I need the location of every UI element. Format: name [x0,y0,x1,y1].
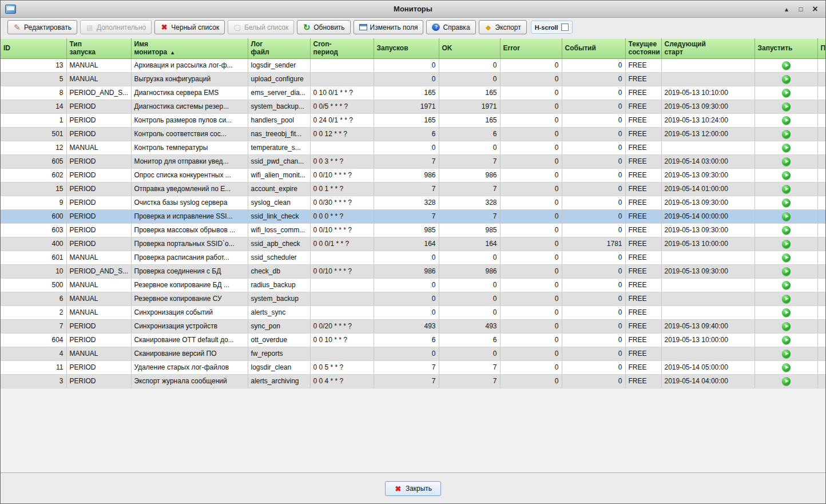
column-header-err[interactable]: Error [500,38,562,58]
cell-pause [817,374,825,388]
run-button[interactable] [782,116,791,125]
table-row[interactable]: 602PERIODОпрос списка конкурентных ...wi… [1,168,825,182]
maximize-icon[interactable] [796,4,806,14]
column-header-runs[interactable]: Запусков [374,38,439,58]
cell-type: MANUAL [66,292,131,305]
table-row[interactable]: 9PERIODОчистка базы syslog сервераsyslog… [1,196,825,209]
run-button[interactable] [782,308,791,317]
cell-ok: 328 [439,196,500,209]
column-header-name[interactable]: Имямонитора [131,38,248,58]
run-button[interactable] [782,130,791,138]
run-button[interactable] [782,89,791,97]
cell-run [754,264,817,278]
run-button[interactable] [782,102,791,111]
table-row[interactable]: 7PERIODСинхронизация устройствsync_pon0 … [1,319,825,333]
table-row[interactable]: 501PERIODКонтроль соответствия сос...nas… [1,127,825,141]
table-row[interactable]: 2MANUALСинхронизация событийalerts_sync0… [1,305,825,319]
table-row[interactable]: 500MANUALРезервное копирование БД ...rad… [1,278,825,292]
cell-next [661,278,754,292]
table-row[interactable]: 15PERIODОтправка уведомлений по E...acco… [1,182,825,196]
shade-icon[interactable] [781,4,792,14]
table-row[interactable]: 400PERIODПроверка портальных SSID`о...ss… [1,237,825,251]
table-row[interactable]: 8PERIOD_AND_S...Диагностика сервера EMSe… [1,86,825,100]
cell-name: Опрос списка конкурентных ... [131,168,248,182]
column-header-type[interactable]: Типзапуска [66,38,131,58]
cell-log: logsdir_sender [248,58,310,72]
cell-err: 0 [500,278,562,292]
cell-ok: 6 [439,333,500,347]
cell-events: 0 [562,278,625,292]
run-button[interactable] [782,336,791,344]
column-header-next[interactable]: Следующийстарт [661,38,754,58]
export-button[interactable]: Экспорт [479,20,527,34]
cell-pause [817,127,825,141]
close-icon[interactable] [810,4,820,14]
column-header-state[interactable]: Текущеесостояни [625,38,661,58]
run-button[interactable] [782,363,791,372]
table-row[interactable]: 6MANUALРезервное копирование СУsystem_ba… [1,292,825,305]
column-header-ok[interactable]: OK [439,38,500,58]
table-row[interactable]: 604PERIODСканирование ОТТ default до...o… [1,333,825,347]
run-button[interactable] [782,185,791,193]
run-button[interactable] [782,226,791,235]
table-row[interactable]: 5MANUALВыгрузка конфигурацийupload_confi… [1,72,825,86]
run-button[interactable] [782,75,791,84]
cell-pause [817,305,825,319]
cell-run [754,168,817,182]
column-header-run[interactable]: Запустить [754,38,817,58]
cell-log: handlers_pool [248,113,310,127]
cell-ok: 6 [439,127,500,141]
table-row[interactable]: 12MANUALКонтроль температурыtemperature_… [1,141,825,154]
table-row[interactable]: 14PERIODДиагностика системы резер...syst… [1,100,825,113]
run-button[interactable] [782,377,791,386]
column-header-id[interactable]: ID [1,38,66,58]
run-button[interactable] [782,157,791,166]
refresh-button[interactable]: Обновить [297,20,350,34]
cell-id: 5 [1,72,66,86]
hscroll-toggle[interactable]: H-scroll [531,21,573,34]
cell-type: PERIOD [66,182,131,196]
close-button[interactable]: Закрыть [385,481,441,496]
help-button[interactable]: Справка [426,20,475,34]
cell-log: temperature_s... [248,141,310,154]
table-row[interactable]: 603PERIODПроверка массовых обрывов ...wi… [1,223,825,237]
edit-fields-button[interactable]: Изменить поля [354,20,424,34]
run-button[interactable] [782,350,791,358]
table-row[interactable]: 13MANUALАрхивация и рассылка лог-ф...log… [1,58,825,72]
blacklist-button[interactable]: Черный список [154,20,225,34]
table-row[interactable]: 1PERIODКонтроль размеров пулов си...hand… [1,113,825,127]
run-button[interactable] [782,322,791,331]
run-button[interactable] [782,212,791,221]
run-button[interactable] [782,171,791,180]
cell-ok: 164 [439,237,500,251]
run-button[interactable] [782,144,791,152]
run-button[interactable] [782,240,791,248]
column-header-log[interactable]: Логфайл [248,38,310,58]
cell-events: 0 [562,100,625,113]
column-header-pause[interactable]: П [817,38,825,58]
close-button-label: Закрыть [406,485,432,493]
edit-button[interactable]: Редактировать [7,20,77,34]
cell-log: wifi_alien_monit... [248,168,310,182]
cell-cron [310,72,374,86]
run-button[interactable] [782,61,791,70]
column-header-cron[interactable]: Cron-период [310,38,374,58]
run-button[interactable] [782,199,791,207]
table-row[interactable]: 3PERIODЭкспорт журнала сообщенийalerts_a… [1,374,825,388]
cell-type: PERIOD [66,196,131,209]
titlebar[interactable]: Мониторы [1,1,825,18]
run-button[interactable] [782,267,791,276]
cell-ok: 165 [439,86,500,100]
whitelist-button: Белый список [228,20,294,34]
table-row[interactable]: 11PERIODУдаление старых лог-файловlogsdi… [1,360,825,374]
table-row[interactable]: 601MANUALПроверка расписания работ...ssi… [1,251,825,264]
table-row[interactable]: 10PERIOD_AND_S...Проверка соединения с Б… [1,264,825,278]
run-button[interactable] [782,281,791,289]
run-button[interactable] [782,295,791,303]
run-button[interactable] [782,253,791,262]
table-row[interactable]: 4MANUALСканирование версий ПОfw_reports0… [1,347,825,360]
table-row[interactable]: 600PERIODПроверка и исправление SSI...ss… [1,209,825,223]
hscroll-checkbox[interactable] [561,23,569,31]
table-row[interactable]: 605PERIODМонитор для отправки увед...ssi… [1,154,825,168]
column-header-events[interactable]: Событий [562,38,625,58]
